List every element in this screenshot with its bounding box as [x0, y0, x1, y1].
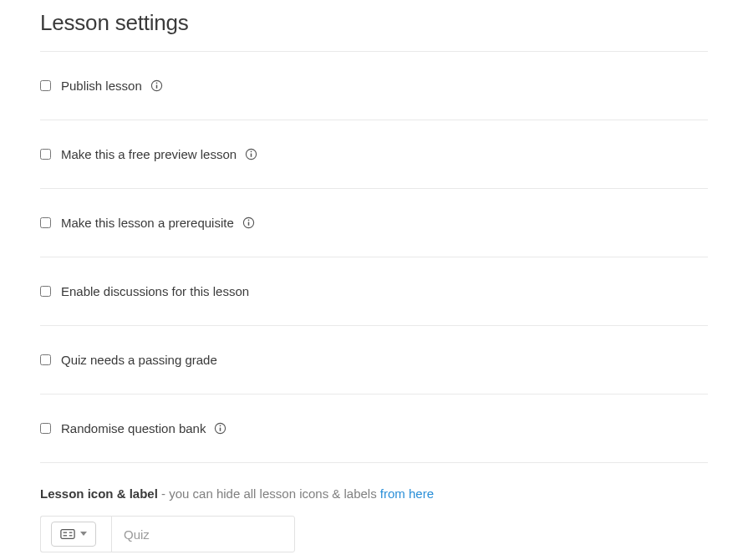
- setting-row-prerequisite: Make this lesson a prerequisite: [40, 189, 708, 257]
- info-icon[interactable]: [245, 148, 257, 160]
- svg-point-2: [155, 82, 157, 84]
- icon-selector-button[interactable]: [51, 522, 96, 547]
- info-icon[interactable]: [214, 422, 226, 435]
- passing-grade-label: Quiz needs a passing grade: [61, 353, 217, 367]
- icon-label-heading: Lesson icon & label - you can hide all l…: [40, 486, 708, 501]
- randomise-checkbox[interactable]: [40, 423, 51, 434]
- setting-row-randomise: Randomise question bank: [40, 395, 708, 462]
- svg-point-8: [247, 219, 249, 221]
- page-title: Lesson settings: [40, 10, 708, 36]
- icon-label-heading-bold: Lesson icon & label: [40, 486, 158, 501]
- info-icon[interactable]: [242, 216, 255, 229]
- free-preview-label: Make this a free preview lesson: [61, 147, 237, 161]
- svg-rect-12: [61, 530, 74, 539]
- passing-grade-checkbox[interactable]: [40, 354, 51, 365]
- lesson-label-input[interactable]: [111, 516, 295, 552]
- discussions-checkbox[interactable]: [40, 286, 51, 297]
- discussions-label: Enable discussions for this lesson: [61, 284, 249, 298]
- icon-selector-wrapper: [40, 516, 112, 552]
- prerequisite-checkbox[interactable]: [40, 217, 51, 228]
- setting-row-publish: Publish lesson: [40, 52, 708, 120]
- publish-checkbox[interactable]: [40, 80, 51, 91]
- prerequisite-label: Make this lesson a prerequisite: [61, 216, 234, 230]
- setting-row-passing-grade: Quiz needs a passing grade: [40, 326, 708, 394]
- icon-label-heading-rest: - you can hide all lesson icons & labels: [158, 486, 380, 501]
- free-preview-checkbox[interactable]: [40, 149, 51, 160]
- icon-label-section: Lesson icon & label - you can hide all l…: [40, 463, 708, 552]
- icon-label-heading-link[interactable]: from here: [380, 486, 434, 501]
- randomise-label: Randomise question bank: [61, 421, 206, 435]
- icon-label-controls: [40, 516, 708, 552]
- card-icon: [60, 528, 75, 540]
- svg-point-5: [251, 150, 252, 152]
- publish-label: Publish lesson: [61, 79, 142, 93]
- info-icon[interactable]: [150, 79, 163, 92]
- caret-down-icon: [80, 532, 87, 537]
- setting-row-discussions: Enable discussions for this lesson: [40, 257, 708, 325]
- setting-row-free-preview: Make this a free preview lesson: [40, 120, 708, 188]
- svg-point-11: [220, 425, 221, 426]
